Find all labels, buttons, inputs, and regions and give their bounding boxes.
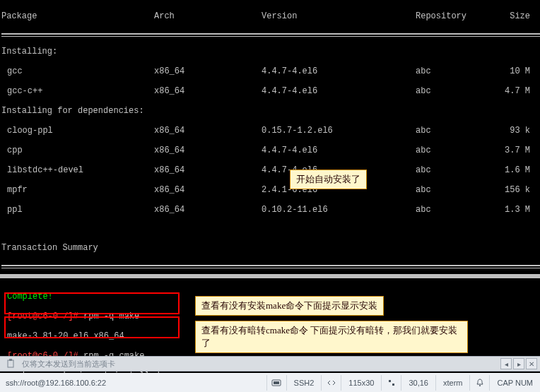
clipboard-icon	[4, 357, 17, 370]
annotation-callout-1: 开始自动安装了	[290, 170, 367, 189]
svg-rect-1	[9, 359, 12, 361]
table-row: gcc-c++x86_644.4.7-4.el6abc4.7 M	[1, 86, 540, 96]
connection-icon	[266, 375, 286, 391]
table-row: mpfrx86_642.4.1-6.el6abc156 k	[1, 185, 540, 195]
svg-point-6	[479, 385, 481, 386]
separator-bar	[0, 274, 540, 278]
status-dimensions: 115x30	[341, 375, 381, 391]
col-header-repo: Repository	[416, 11, 488, 21]
table-row: gccx86_644.4.7-4.el6abc10 M	[1, 66, 540, 76]
col-header-pkg: Package	[1, 11, 154, 21]
tab-message: 仅将文本发送到当前选项卡	[19, 359, 500, 369]
tab-bar: 仅将文本发送到当前选项卡 ◂ ▸ ✕	[0, 356, 540, 372]
svg-rect-4	[389, 380, 391, 382]
status-term-type: xterm	[435, 375, 470, 391]
deps-label: Installing for dependencies:	[1, 106, 540, 116]
table-header: Package Arch Version Repository Size	[1, 11, 540, 21]
svg-rect-5	[392, 384, 394, 386]
col-header-ver: Version	[262, 11, 416, 21]
col-header-arch: Arch	[154, 11, 262, 21]
installing-label: Installing:	[1, 47, 540, 57]
summary-divider	[1, 265, 540, 266]
table-row: cppx86_644.4.7-4.el6abc3.7 M	[1, 145, 540, 155]
table-row: libstdc++-develx86_644.4.7-4.el6abc1.6 M	[1, 165, 540, 175]
tab-prev-button[interactable]: ◂	[500, 358, 512, 369]
status-cursor-pos: 30,16	[401, 375, 435, 391]
header-divider	[1, 33, 540, 35]
status-session: ssh://root@192.168.100.6:22	[0, 375, 113, 391]
table-row: cloog-pplx86_640.15.7-1.2.el6abc93 k	[1, 126, 540, 136]
tab-controls: ◂ ▸ ✕	[500, 358, 540, 369]
annotation-callout-3: 查看有没有暗转cmake命令 下面提示没有暗转，那我们就要安装了	[195, 321, 468, 353]
cursor-pos-icon	[381, 375, 401, 391]
bell-icon[interactable]	[469, 375, 489, 391]
tab-next-button[interactable]: ▸	[513, 358, 524, 369]
status-caps-num: CAP NUM	[489, 375, 540, 391]
table-row: pplx86_640.10.2-11.el6abc1.3 M	[1, 205, 540, 215]
tab-close-button[interactable]: ✕	[526, 358, 537, 369]
col-header-size: Size	[488, 11, 530, 21]
summary-title: Transaction Summary	[1, 243, 540, 253]
highlight-box-cmake	[4, 316, 180, 338]
status-protocol: SSH2	[286, 375, 322, 391]
svg-rect-3	[274, 381, 279, 384]
highlight-box-make	[4, 292, 180, 314]
annotation-callout-2: 查看有没有安装make命令下面提示显示安装	[195, 296, 384, 316]
status-bar: ssh://root@192.168.100.6:22 SSH2 115x30 …	[0, 373, 540, 392]
svg-rect-0	[8, 360, 13, 367]
terminal-size-icon	[321, 375, 341, 391]
